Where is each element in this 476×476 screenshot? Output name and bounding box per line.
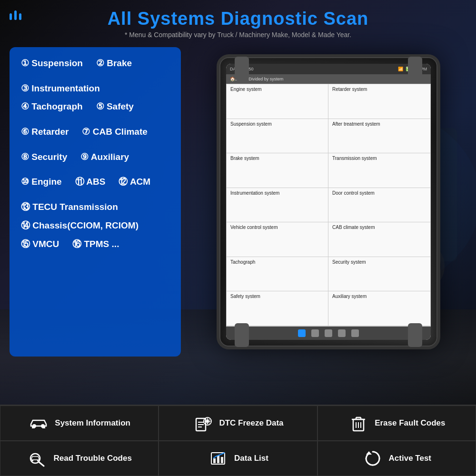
svg-line-31 (39, 462, 44, 466)
svg-rect-34 (213, 458, 216, 463)
feature-cab-climate: ⑦ CAB Climate (82, 126, 147, 138)
nav-data-list-label: Data List (234, 454, 268, 463)
svg-point-10 (32, 424, 36, 428)
feature-brake: ② Brake (96, 58, 132, 69)
toolbar-up-icon[interactable] (325, 329, 332, 337)
feature-list: ① Suspension ② Brake ③ Instrumentation ④… (10, 47, 181, 357)
feature-engine: ⑩ Engine (21, 176, 62, 188)
feature-row-4: ⑧ Security ⑨ Auxiliary (21, 151, 169, 170)
screen-cell-1[interactable]: Retarder system (328, 84, 430, 119)
screen-cell-12[interactable]: Safety system (227, 291, 328, 326)
tablet-wrapper: DAF-V13.50 📶 🔋 9:38 PM 🏠 DAF > Divided b… (190, 47, 466, 357)
screen-cell-6[interactable]: Instrumentation system (227, 188, 328, 223)
svg-marker-37 (366, 451, 372, 455)
feature-auxiliary: ⑨ Auxiliary (80, 151, 129, 163)
bumper-bl (235, 323, 249, 347)
main-content: ① Suspension ② Brake ③ Instrumentation ④… (0, 42, 476, 357)
svg-point-11 (41, 424, 45, 428)
feature-security: ⑧ Security (21, 151, 67, 163)
toolbar-back-icon[interactable] (298, 329, 306, 337)
feature-row-3: ⑥ Retarder ⑦ CAB Climate (21, 126, 169, 145)
nav-read-trouble-label: Read Trouble Codes (53, 454, 131, 463)
screen-cell-5[interactable]: Transmission system (328, 153, 430, 188)
nav-dtc-freeze-data[interactable]: DTC Freeze Data (159, 406, 317, 441)
nav-data-list[interactable]: Data List (159, 441, 317, 476)
screen-cell-9[interactable]: CAB climate system (328, 222, 430, 257)
feature-tachograph: ④ Tachograph (21, 101, 83, 113)
header: All Systems Diagnostic Scan * Menu & Com… (0, 0, 476, 42)
bar3 (19, 13, 21, 20)
feature-instrumentation: ③ Instrumentation (21, 83, 169, 95)
screen-cell-4[interactable]: Brake system (227, 153, 328, 188)
screen-breadcrumb: 🏠 DAF > Divided by system (226, 74, 431, 84)
screen-cell-13[interactable]: Auxiliary system (328, 291, 430, 326)
bottom-nav: System Information DTC Freeze Data (0, 405, 476, 476)
feature-abs: ⑪ ABS (75, 176, 106, 188)
feature-safety: ⑤ Safety (96, 101, 134, 113)
screen-cell-10[interactable]: Tachograph (227, 257, 328, 292)
car-icon (28, 413, 49, 434)
screen-cell-7[interactable]: Door control system (328, 188, 430, 223)
screen-cell-3[interactable]: After treatment system (328, 119, 430, 154)
toolbar-edit-icon[interactable] (351, 329, 359, 337)
svg-rect-35 (217, 456, 219, 463)
screen-cell-0[interactable]: Engine system (227, 84, 328, 119)
bumper-tr (408, 57, 422, 80)
page-title: All Systems Diagnostic Scan (10, 9, 466, 29)
screen-cell-2[interactable]: Suspension system (227, 119, 328, 154)
brand-icon (10, 10, 21, 20)
chart-icon (208, 448, 228, 469)
screen-cell-8[interactable]: Vehicle control system (227, 222, 328, 257)
tablet-device: DAF-V13.50 📶 🔋 9:38 PM 🏠 DAF > Divided b… (219, 57, 438, 347)
screen-bottombar (226, 327, 431, 340)
nav-system-information-label: System Information (55, 418, 130, 428)
feature-row-5: ⑩ Engine ⑪ ABS ⑫ ACM (21, 176, 169, 195)
feature-chassis: ⑭ Chassis(CCIOM, RCIOM) (21, 220, 169, 232)
feature-row-2: ④ Tachograph ⑤ Safety (21, 101, 169, 119)
search-car-icon (27, 448, 48, 469)
feature-tecu: ⑬ TECU Transmission (21, 201, 169, 213)
feature-retarder: ⑥ Retarder (21, 126, 69, 138)
bar2 (14, 10, 17, 20)
trash-icon (348, 413, 369, 434)
screen-topbar: DAF-V13.50 📶 🔋 9:38 PM (226, 64, 431, 74)
screen-cell-11[interactable]: Security system (328, 257, 430, 292)
nav-read-trouble-codes[interactable]: Read Trouble Codes (0, 441, 159, 476)
toolbar-home-icon[interactable] (311, 329, 319, 337)
feature-acm: ⑫ ACM (119, 176, 150, 188)
nav-dtc-freeze-label: DTC Freeze Data (219, 418, 283, 428)
feature-vmcu: ⑮ VMCU (21, 238, 59, 250)
header-subtitle: * Menu & Compatibility vary by Truck / M… (10, 31, 466, 39)
feature-row-1: ① Suspension ② Brake (21, 58, 169, 76)
nav-erase-fault-label: Erase Fault Codes (375, 418, 445, 428)
nav-active-test-label: Active Test (389, 454, 431, 463)
feature-row-6: ⑮ VMCU ⑯ TPMS ... (21, 238, 169, 257)
tablet-screen: DAF-V13.50 📶 🔋 9:38 PM 🏠 DAF > Divided b… (226, 64, 431, 340)
bumper-tl (235, 57, 249, 80)
bumper-br (408, 323, 422, 347)
feature-suspension: ① Suspension (21, 58, 83, 69)
feature-tpms: ⑯ TPMS ... (72, 238, 119, 250)
nav-system-information[interactable]: System Information (0, 406, 159, 441)
bar1 (10, 13, 12, 20)
screen-grid[interactable]: Engine systemRetarder systemSuspension s… (226, 84, 431, 327)
refresh-icon (362, 448, 383, 469)
nav-active-test[interactable]: Active Test (317, 441, 476, 476)
toolbar-menu-icon[interactable] (338, 329, 346, 337)
freeze-icon (192, 413, 213, 434)
svg-rect-36 (221, 457, 223, 463)
nav-erase-fault-codes[interactable]: Erase Fault Codes (317, 406, 476, 441)
